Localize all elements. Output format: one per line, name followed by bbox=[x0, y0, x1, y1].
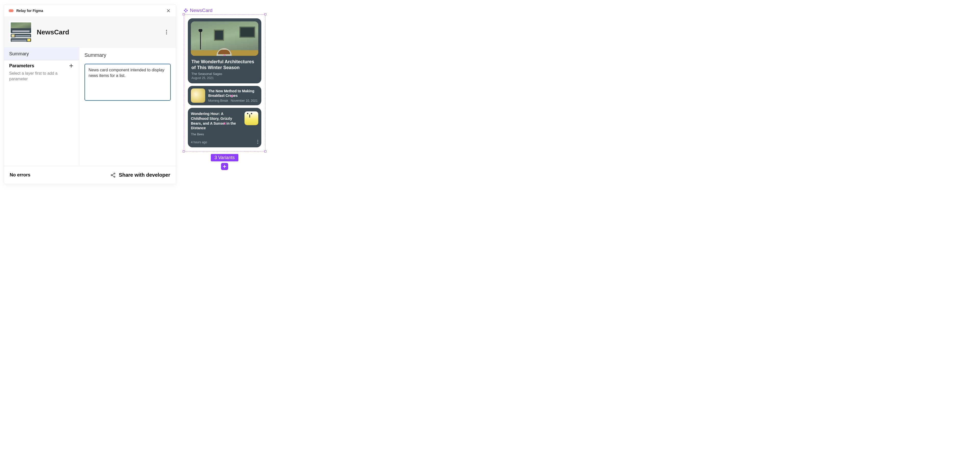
add-parameter-button[interactable] bbox=[68, 63, 74, 68]
svg-point-1 bbox=[166, 32, 167, 33]
compact-date: November 10, 2021 bbox=[231, 99, 258, 103]
compact-thumbnail bbox=[191, 89, 205, 103]
hero-date: August 25, 2021 bbox=[191, 76, 258, 80]
plugin-title: Relay for Figma bbox=[16, 9, 165, 13]
relay-logo-icon bbox=[9, 9, 14, 12]
component-thumbnail bbox=[10, 21, 32, 43]
newscard-compact-left-variant[interactable]: The New Method to Making Breakfast Crepe… bbox=[188, 86, 261, 105]
compact-source: Morning Break bbox=[208, 99, 228, 103]
resize-handle-tr[interactable] bbox=[264, 13, 266, 15]
component-name: NewsCard bbox=[37, 28, 162, 36]
constraint-indicator-icon bbox=[224, 123, 226, 124]
share-icon bbox=[110, 172, 116, 178]
plus-icon bbox=[223, 165, 227, 168]
selection-frame[interactable]: The Wonderful Architectures of This Wint… bbox=[184, 14, 266, 151]
svg-point-6 bbox=[257, 140, 258, 141]
share-label: Share with developer bbox=[119, 172, 170, 178]
main-heading: Summary bbox=[84, 52, 171, 58]
parameters-hint: Select a layer first to add a parameter bbox=[4, 70, 79, 82]
plugin-titlebar: Relay for Figma bbox=[4, 5, 176, 17]
newscard-compact-right-variant[interactable]: Wondering Hour: A Childhood Story, Grizz… bbox=[188, 108, 261, 147]
compact2-title: Wondering Hour: A Childhood Story, Grizz… bbox=[191, 111, 242, 131]
variants-toolbar: 3 Variants bbox=[184, 154, 266, 170]
summary-textarea[interactable] bbox=[84, 64, 171, 101]
resize-handle-tl[interactable] bbox=[183, 13, 185, 15]
share-with-developer-button[interactable]: Share with developer bbox=[110, 172, 170, 178]
panel-footer: No errors Share with developer bbox=[4, 166, 176, 184]
svg-point-7 bbox=[257, 141, 258, 142]
panel-body: Summary Parameters Select a layer first … bbox=[4, 48, 176, 166]
plus-icon bbox=[69, 63, 73, 68]
variants-count-badge[interactable]: 3 Variants bbox=[211, 154, 239, 162]
component-header: NewsCard bbox=[4, 17, 176, 48]
resize-handle-bl[interactable] bbox=[183, 151, 185, 152]
parameters-header: Parameters bbox=[4, 60, 79, 70]
compact2-thumbnail bbox=[245, 111, 258, 125]
svg-point-2 bbox=[166, 33, 167, 35]
newscard-variants: The Wonderful Architectures of This Wint… bbox=[188, 18, 261, 147]
resize-handle-br[interactable] bbox=[264, 151, 266, 152]
card-menu-button[interactable] bbox=[257, 140, 258, 145]
hero-title: The Wonderful Architectures of This Wint… bbox=[191, 59, 258, 71]
close-button[interactable] bbox=[165, 8, 171, 14]
more-vertical-icon bbox=[257, 140, 258, 144]
svg-point-0 bbox=[166, 30, 167, 31]
more-vertical-icon bbox=[166, 30, 167, 35]
status-text: No errors bbox=[10, 172, 110, 178]
compact-title: The New Method to Making Breakfast Crepe… bbox=[208, 89, 258, 98]
component-menu-button[interactable] bbox=[162, 28, 170, 36]
panel-main: Summary bbox=[80, 48, 176, 166]
compact2-time: 4 hours ago bbox=[191, 141, 207, 144]
plugin-panel: Relay for Figma NewsCard Summary Paramet… bbox=[4, 4, 176, 184]
hero-subtitle: The Seasonal Sagas bbox=[191, 72, 258, 76]
hero-image bbox=[191, 21, 258, 56]
tab-summary[interactable]: Summary bbox=[4, 48, 79, 60]
panel-sidebar: Summary Parameters Select a layer first … bbox=[4, 48, 80, 166]
component-frame-name: NewsCard bbox=[190, 8, 213, 13]
component-icon bbox=[184, 8, 188, 13]
constraint-indicator-icon bbox=[231, 95, 232, 97]
close-icon bbox=[166, 8, 171, 13]
parameters-heading: Parameters bbox=[9, 63, 68, 68]
constraint-indicator-icon bbox=[224, 55, 226, 56]
newscard-hero-variant[interactable]: The Wonderful Architectures of This Wint… bbox=[188, 18, 261, 83]
add-variant-button[interactable] bbox=[221, 163, 228, 170]
svg-point-8 bbox=[257, 143, 258, 144]
component-frame-label[interactable]: NewsCard bbox=[184, 8, 266, 13]
figma-canvas: NewsCard The Wonderful Architectures of … bbox=[184, 8, 266, 170]
compact2-source: The Bees bbox=[191, 133, 258, 136]
